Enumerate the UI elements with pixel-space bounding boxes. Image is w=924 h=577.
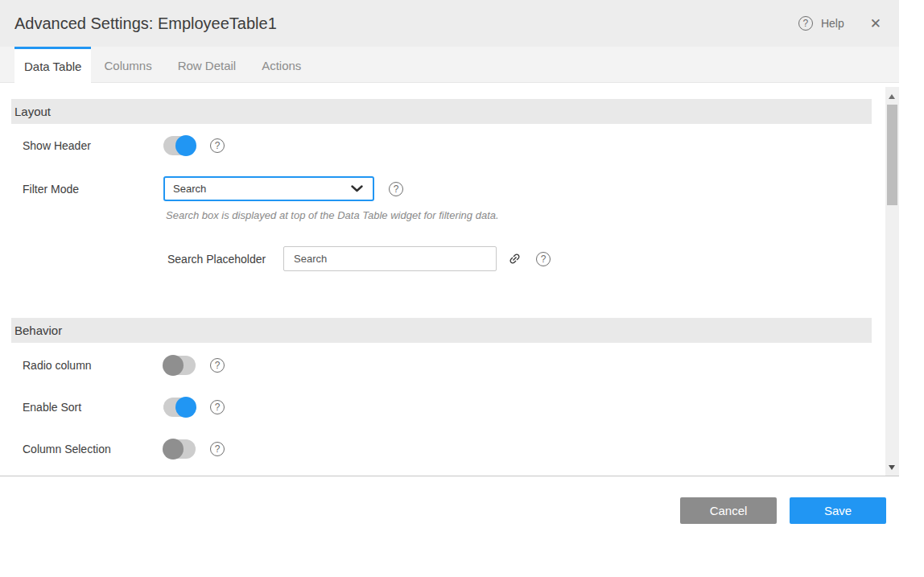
help-icon[interactable]: ? [210,400,225,414]
filter-mode-label: Filter Mode [23,183,163,196]
help-icon[interactable]: ? [210,138,225,153]
advanced-settings-dialog: Advanced Settings: EmployeeTable1 ? Help… [0,0,899,525]
settings-scroll-area: Layout Show Header ? Filter Mode Search … [0,83,899,476]
search-placeholder-row: Search Placeholder ? [11,246,872,271]
enable-sort-toggle[interactable] [163,398,196,417]
column-selection-toggle[interactable] [163,439,196,459]
dialog-footer: Cancel Save [0,476,899,524]
column-selection-row: Column Selection ? [11,438,872,460]
section-header-layout: Layout [11,99,872,124]
tab-columns[interactable]: Columns [91,47,164,82]
close-icon[interactable]: ✕ [870,17,881,31]
search-placeholder-input[interactable] [283,246,497,271]
scroll-down-arrow-icon[interactable] [889,465,895,470]
radio-column-toggle[interactable] [163,356,196,375]
search-placeholder-label: Search Placeholder [167,253,283,266]
column-selection-label: Column Selection [23,443,163,455]
radio-column-label: Radio column [23,359,163,372]
toggle-knob [163,439,184,460]
scroll-up-arrow-icon[interactable] [889,94,895,99]
page-title: Advanced Settings: EmployeeTable1 [14,14,277,33]
filter-mode-select[interactable]: Search [163,176,374,201]
filter-mode-row: Filter Mode Search ? [11,176,872,201]
help-icon[interactable]: ? [210,442,225,456]
scrollbar-thumb[interactable] [887,105,897,205]
filter-mode-selected-value: Search [173,183,206,195]
toggle-knob [175,135,196,156]
tab-bar: Data Table Columns Row Detail Actions [0,47,899,83]
save-button[interactable]: Save [790,497,886,524]
link-binding-icon[interactable] [508,252,522,266]
show-header-label: Show Header [23,139,163,152]
show-header-row: Show Header ? [11,134,872,157]
dialog-header: Advanced Settings: EmployeeTable1 ? Help… [0,0,899,47]
cancel-button[interactable]: Cancel [680,497,777,524]
toggle-knob [163,355,184,376]
help-icon[interactable]: ? [798,16,813,31]
help-link[interactable]: Help [821,17,844,30]
tab-row-detail[interactable]: Row Detail [165,47,250,82]
enable-sort-label: Enable Sort [23,401,163,414]
help-icon[interactable]: ? [389,182,403,196]
vertical-scrollbar[interactable] [885,87,899,476]
chevron-down-icon [351,185,363,192]
toggle-knob [175,397,196,418]
tab-data-table[interactable]: Data Table [14,47,91,83]
tab-actions[interactable]: Actions [249,47,314,82]
filter-mode-help-text: Search box is displayed at top of the Da… [166,209,872,221]
help-icon[interactable]: ? [210,358,225,373]
enable-sort-row: Enable Sort ? [11,396,872,418]
section-header-behavior: Behavior [11,318,872,343]
show-header-toggle[interactable] [163,136,196,155]
help-icon[interactable]: ? [536,252,551,266]
radio-column-row: Radio column ? [11,354,872,377]
